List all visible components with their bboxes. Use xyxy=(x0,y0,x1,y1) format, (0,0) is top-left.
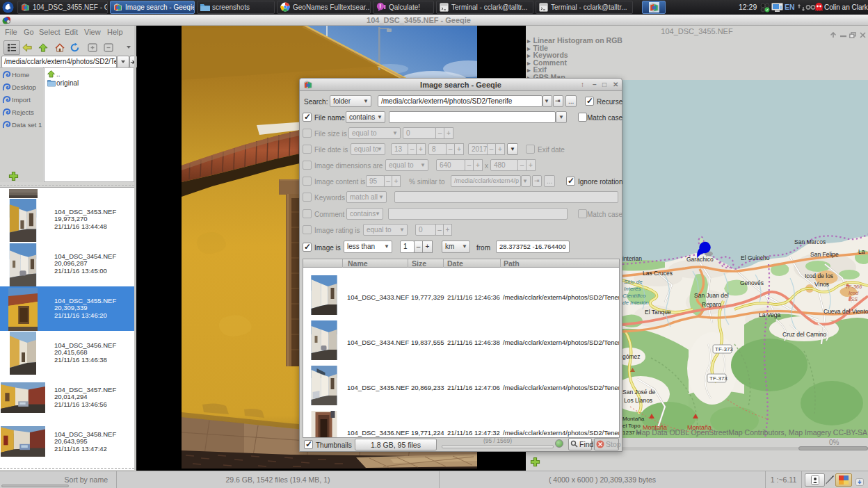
svg-text:Icod de los: Icod de los xyxy=(805,273,833,279)
svg-text:Reparo: Reparo xyxy=(702,301,721,308)
svg-text:Los Llanos: Los Llanos xyxy=(624,397,652,404)
svg-text:Vinos: Vinos xyxy=(814,281,829,288)
svg-text:San Felipe: San Felipe xyxy=(810,251,839,258)
svg-text:Las Cruces: Las Cruces xyxy=(643,270,673,277)
svg-text:Interés: Interés xyxy=(624,286,641,292)
svg-text:Científico: Científico xyxy=(622,293,646,299)
svg-text:Cruz del Camino: Cruz del Camino xyxy=(782,331,827,338)
svg-text:gómez: gómez xyxy=(622,353,641,360)
svg-text:SS: SS xyxy=(851,296,858,302)
svg-text:Map Data ODBL OpenStreetMap Co: Map Data ODBL OpenStreetMap Contributors… xyxy=(636,428,868,437)
svg-text:de Interión: de Interión xyxy=(622,300,649,306)
svg-text:interian: interian xyxy=(622,255,642,262)
svg-text:San Juan del: San Juan del xyxy=(694,292,729,299)
svg-text:El Tanque: El Tanque xyxy=(645,309,671,316)
svg-text:La Vega: La Vega xyxy=(759,311,780,318)
svg-text:San José de: San José de xyxy=(622,389,656,396)
svg-text:Montaña: Montaña xyxy=(622,416,645,422)
svg-text:!: ! xyxy=(379,3,381,10)
svg-text:Cueva del Viento: Cueva del Viento xyxy=(823,308,868,315)
svg-text:TF-373: TF-373 xyxy=(709,375,728,382)
svg-text:La: La xyxy=(858,248,865,255)
svg-text:Garachico: Garachico xyxy=(686,256,714,263)
svg-text:San Marcos: San Marcos xyxy=(794,238,826,245)
svg-text:Sitio de: Sitio de xyxy=(624,279,643,285)
svg-text:Icod: Icod xyxy=(849,290,859,296)
svg-text:Genovés: Genovés xyxy=(740,279,764,286)
svg-text:El Guincho: El Guincho xyxy=(741,254,770,261)
svg-text:TF-366: TF-366 xyxy=(845,284,862,290)
svg-text:TF-373: TF-373 xyxy=(715,346,733,352)
